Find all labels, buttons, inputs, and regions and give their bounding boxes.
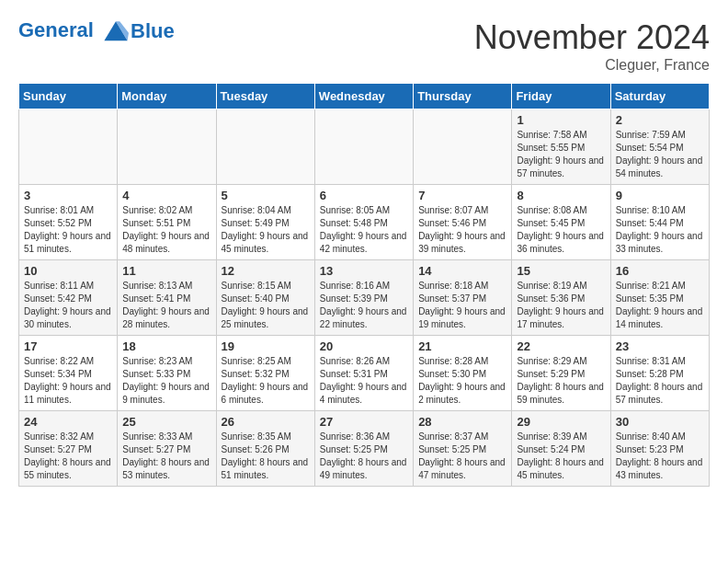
- day-number: 14: [418, 264, 506, 278]
- day-number: 22: [517, 339, 605, 353]
- day-cell: 27Sunrise: 8:36 AM Sunset: 5:25 PM Dayli…: [314, 411, 413, 487]
- day-number: 7: [418, 189, 506, 202]
- col-wednesday: Wednesday: [314, 84, 413, 109]
- logo-blue: Blue: [131, 19, 175, 43]
- day-cell: 16Sunrise: 8:21 AM Sunset: 5:35 PM Dayli…: [610, 260, 709, 336]
- day-number: 30: [616, 415, 704, 429]
- day-cell: 26Sunrise: 8:35 AM Sunset: 5:26 PM Dayli…: [216, 411, 314, 487]
- day-cell: 8Sunrise: 8:08 AM Sunset: 5:45 PM Daylig…: [512, 185, 610, 260]
- day-info: Sunrise: 8:07 AM Sunset: 5:46 PM Dayligh…: [418, 204, 506, 256]
- day-number: 28: [418, 415, 506, 429]
- day-number: 21: [418, 339, 506, 353]
- col-tuesday: Tuesday: [216, 84, 314, 109]
- day-number: 4: [122, 189, 210, 202]
- day-cell: 28Sunrise: 8:37 AM Sunset: 5:25 PM Dayli…: [414, 411, 512, 487]
- day-cell: 13Sunrise: 8:16 AM Sunset: 5:39 PM Dayli…: [314, 260, 413, 336]
- day-info: Sunrise: 8:16 AM Sunset: 5:39 PM Dayligh…: [320, 280, 408, 331]
- day-number: 1: [517, 113, 605, 127]
- day-info: Sunrise: 8:01 AM Sunset: 5:52 PM Dayligh…: [24, 204, 112, 256]
- day-cell: 22Sunrise: 8:29 AM Sunset: 5:29 PM Dayli…: [512, 336, 610, 411]
- day-cell: 30Sunrise: 8:40 AM Sunset: 5:23 PM Dayli…: [610, 411, 709, 487]
- day-cell: 9Sunrise: 8:10 AM Sunset: 5:44 PM Daylig…: [610, 185, 709, 260]
- day-number: 26: [222, 415, 310, 429]
- day-cell: 21Sunrise: 8:28 AM Sunset: 5:30 PM Dayli…: [414, 336, 512, 411]
- col-monday: Monday: [118, 84, 216, 109]
- day-info: Sunrise: 8:21 AM Sunset: 5:35 PM Dayligh…: [616, 280, 704, 331]
- day-number: 19: [222, 339, 310, 353]
- day-info: Sunrise: 8:13 AM Sunset: 5:41 PM Dayligh…: [122, 280, 210, 331]
- day-cell: 23Sunrise: 8:31 AM Sunset: 5:28 PM Dayli…: [610, 336, 709, 411]
- day-info: Sunrise: 8:22 AM Sunset: 5:34 PM Dayligh…: [24, 355, 112, 407]
- day-number: 11: [122, 264, 210, 278]
- day-cell: 6Sunrise: 8:05 AM Sunset: 5:48 PM Daylig…: [314, 185, 413, 260]
- day-cell: 1Sunrise: 7:58 AM Sunset: 5:55 PM Daylig…: [512, 109, 610, 185]
- day-info: Sunrise: 8:10 AM Sunset: 5:44 PM Dayligh…: [616, 204, 704, 256]
- day-cell: [414, 109, 512, 185]
- col-thursday: Thursday: [414, 84, 512, 109]
- day-number: 5: [222, 189, 310, 202]
- day-cell: [19, 109, 118, 185]
- day-info: Sunrise: 8:33 AM Sunset: 5:27 PM Dayligh…: [122, 431, 210, 482]
- day-number: 29: [517, 415, 605, 429]
- day-cell: 25Sunrise: 8:33 AM Sunset: 5:27 PM Dayli…: [118, 411, 216, 487]
- day-info: Sunrise: 8:19 AM Sunset: 5:36 PM Dayligh…: [517, 280, 605, 331]
- day-number: 2: [616, 113, 704, 127]
- day-number: 15: [517, 264, 605, 278]
- week-row-1: 3Sunrise: 8:01 AM Sunset: 5:52 PM Daylig…: [19, 185, 710, 260]
- week-row-4: 24Sunrise: 8:32 AM Sunset: 5:27 PM Dayli…: [19, 411, 710, 487]
- day-number: 8: [517, 189, 605, 202]
- day-cell: 4Sunrise: 8:02 AM Sunset: 5:51 PM Daylig…: [118, 185, 216, 260]
- header-row: Sunday Monday Tuesday Wednesday Thursday…: [19, 84, 710, 109]
- day-cell: 10Sunrise: 8:11 AM Sunset: 5:42 PM Dayli…: [19, 260, 118, 336]
- title-block: November 2024 Cleguer, France: [474, 18, 710, 74]
- day-info: Sunrise: 8:31 AM Sunset: 5:28 PM Dayligh…: [616, 355, 704, 407]
- day-info: Sunrise: 8:28 AM Sunset: 5:30 PM Dayligh…: [418, 355, 506, 407]
- day-info: Sunrise: 8:15 AM Sunset: 5:40 PM Dayligh…: [222, 280, 310, 331]
- day-info: Sunrise: 8:05 AM Sunset: 5:48 PM Dayligh…: [320, 204, 408, 256]
- day-number: 18: [122, 339, 210, 353]
- day-number: 10: [24, 264, 112, 278]
- day-info: Sunrise: 7:58 AM Sunset: 5:55 PM Dayligh…: [517, 129, 605, 180]
- day-number: 3: [24, 189, 112, 202]
- day-cell: 29Sunrise: 8:39 AM Sunset: 5:24 PM Dayli…: [512, 411, 610, 487]
- day-number: 9: [616, 189, 704, 202]
- day-info: Sunrise: 8:23 AM Sunset: 5:33 PM Dayligh…: [122, 355, 210, 407]
- day-cell: 18Sunrise: 8:23 AM Sunset: 5:33 PM Dayli…: [118, 336, 216, 411]
- col-saturday: Saturday: [610, 84, 709, 109]
- day-info: Sunrise: 8:29 AM Sunset: 5:29 PM Dayligh…: [517, 355, 605, 407]
- day-info: Sunrise: 7:59 AM Sunset: 5:54 PM Dayligh…: [616, 129, 704, 180]
- day-info: Sunrise: 8:40 AM Sunset: 5:23 PM Dayligh…: [616, 431, 704, 482]
- day-number: 16: [616, 264, 704, 278]
- day-info: Sunrise: 8:11 AM Sunset: 5:42 PM Dayligh…: [24, 280, 112, 331]
- col-sunday: Sunday: [19, 84, 118, 109]
- day-cell: 19Sunrise: 8:25 AM Sunset: 5:32 PM Dayli…: [216, 336, 314, 411]
- day-info: Sunrise: 8:36 AM Sunset: 5:25 PM Dayligh…: [320, 431, 408, 482]
- day-cell: 2Sunrise: 7:59 AM Sunset: 5:54 PM Daylig…: [610, 109, 709, 185]
- day-number: 27: [320, 415, 408, 429]
- calendar-table: Sunday Monday Tuesday Wednesday Thursday…: [18, 83, 710, 487]
- page: General Blue November 2024 Cleguer, Fran…: [0, 0, 728, 505]
- day-info: Sunrise: 8:02 AM Sunset: 5:51 PM Dayligh…: [122, 204, 210, 256]
- day-info: Sunrise: 8:39 AM Sunset: 5:24 PM Dayligh…: [517, 431, 605, 482]
- day-cell: 24Sunrise: 8:32 AM Sunset: 5:27 PM Dayli…: [19, 411, 118, 487]
- day-number: 23: [616, 339, 704, 353]
- day-cell: 20Sunrise: 8:26 AM Sunset: 5:31 PM Dayli…: [314, 336, 413, 411]
- location-subtitle: Cleguer, France: [474, 57, 710, 74]
- day-number: 24: [24, 415, 112, 429]
- day-info: Sunrise: 8:37 AM Sunset: 5:25 PM Dayligh…: [418, 431, 506, 482]
- day-cell: 7Sunrise: 8:07 AM Sunset: 5:46 PM Daylig…: [414, 185, 512, 260]
- logo: General Blue: [18, 18, 175, 44]
- day-info: Sunrise: 8:04 AM Sunset: 5:49 PM Dayligh…: [222, 204, 310, 256]
- day-cell: 15Sunrise: 8:19 AM Sunset: 5:36 PM Dayli…: [512, 260, 610, 336]
- header: General Blue November 2024 Cleguer, Fran…: [18, 18, 710, 74]
- day-number: 6: [320, 189, 408, 202]
- day-cell: [216, 109, 314, 185]
- day-cell: 17Sunrise: 8:22 AM Sunset: 5:34 PM Dayli…: [19, 336, 118, 411]
- week-row-3: 17Sunrise: 8:22 AM Sunset: 5:34 PM Dayli…: [19, 336, 710, 411]
- day-info: Sunrise: 8:35 AM Sunset: 5:26 PM Dayligh…: [222, 431, 310, 482]
- day-number: 17: [24, 339, 112, 353]
- day-cell: 5Sunrise: 8:04 AM Sunset: 5:49 PM Daylig…: [216, 185, 314, 260]
- logo-general: General: [18, 18, 94, 41]
- day-info: Sunrise: 8:32 AM Sunset: 5:27 PM Dayligh…: [24, 431, 112, 482]
- day-cell: [118, 109, 216, 185]
